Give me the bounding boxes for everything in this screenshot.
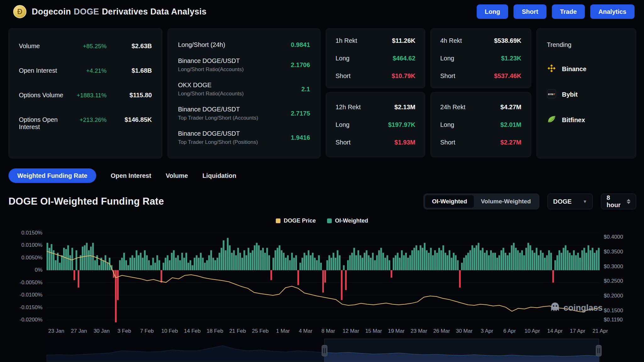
tab-liquidation[interactable]: Liquidation bbox=[203, 168, 236, 183]
tab-weighted-funding-rate[interactable]: Weighted Funding Rate bbox=[8, 168, 96, 183]
trending-item-binance[interactable]: Binance bbox=[547, 64, 626, 74]
analytics-button[interactable]: Analytics bbox=[590, 4, 635, 19]
page-title-prefix: Dogecoin bbox=[32, 7, 71, 17]
stat-value: $1.68B bbox=[110, 67, 152, 74]
legend-label: DOGE Price bbox=[284, 218, 316, 224]
x-axis-tick-label: 30 Jan bbox=[94, 328, 110, 334]
rekt-long-label: Long bbox=[336, 55, 350, 62]
x-axis-tick-label: 15 Mar bbox=[365, 328, 382, 334]
coinglass-logo-icon bbox=[550, 302, 560, 314]
x-axis-tick-label: 14 Feb bbox=[184, 328, 201, 334]
top-bar: Ð Dogecoin DOGE Derivatives Data Analysi… bbox=[0, 0, 644, 23]
toggle-oi-weighted[interactable]: OI-Weighted bbox=[425, 195, 474, 208]
rekt-total: $2.13M bbox=[394, 104, 415, 111]
rekt-row: Short $1.93M bbox=[336, 139, 415, 146]
ls-row: OKX DOGE Long/Short Ratio(Accounts) 2.1 bbox=[178, 82, 310, 97]
stat-row-options-open-interest: Options Open Interest +213.26% $146.85K bbox=[19, 116, 152, 131]
long-button[interactable]: Long bbox=[477, 4, 508, 19]
coinglass-watermark: coinglass bbox=[550, 302, 603, 314]
funding-rate-plot[interactable] bbox=[47, 229, 600, 324]
rekt-card-1h: 1h Rekt $11.26K Long $464.62 Short $10.7… bbox=[326, 28, 425, 88]
x-axis-tick-label: 10 Feb bbox=[161, 328, 178, 334]
toggle-volume-weighted[interactable]: Volume-Weighted bbox=[474, 195, 538, 208]
rekt-long-label: Long bbox=[440, 55, 454, 62]
trending-item-bitfinex[interactable]: Bitfinex bbox=[547, 115, 626, 125]
legend-swatch-price bbox=[276, 218, 280, 223]
stat-value: $146.85K bbox=[110, 116, 152, 123]
ls-row: Binance DOGE/USDT Top Trader Long/Short … bbox=[178, 106, 310, 121]
tab-open-interest[interactable]: Open Interest bbox=[111, 168, 151, 183]
x-axis-tick-label: 12 Mar bbox=[343, 328, 359, 334]
rekt-row: 12h Rekt $2.13M bbox=[336, 104, 415, 111]
rekt-short-label: Short bbox=[336, 72, 351, 80]
ls-label: Binance DOGE/USDT bbox=[178, 130, 287, 137]
binance-logo-icon bbox=[547, 64, 556, 74]
x-axis-tick-label: 26 Mar bbox=[433, 328, 450, 334]
y-axis-tick-label: -0.0050% bbox=[0, 280, 42, 286]
x-axis-tick-label: 8 Mar bbox=[321, 328, 335, 334]
page-title-suffix: Derivatives Data Analysis bbox=[102, 7, 207, 17]
legend-item-doge-price[interactable]: DOGE Price bbox=[276, 218, 316, 224]
stat-change: +4.21% bbox=[86, 67, 107, 74]
trending-card: Trending Binance bbox=[536, 28, 636, 158]
page-title-ticker: DOGE bbox=[74, 7, 99, 17]
x-axis-tick-label: 14 Apr bbox=[547, 328, 563, 334]
interval-select-value: 8 hour bbox=[607, 194, 622, 209]
x-axis-labels: 23 Jan27 Jan30 Jan3 Feb7 Feb10 Feb14 Feb… bbox=[0, 327, 644, 336]
right-axis-labels: $0.4000$0.3500$0.3000$0.2500$0.2000$0.15… bbox=[604, 229, 643, 324]
rekt-long-value: $197.97K bbox=[388, 121, 415, 128]
price-axis-tick-label: $0.1500 bbox=[604, 308, 643, 314]
x-axis-tick-label: 25 Feb bbox=[252, 328, 269, 334]
x-axis-tick-label: 10 Apr bbox=[525, 328, 540, 334]
rekt-short-value: $1.93M bbox=[394, 139, 415, 146]
x-axis-tick-label: 4 Mar bbox=[299, 328, 312, 334]
symbol-select-value: DOGE bbox=[553, 198, 572, 205]
symbol-select[interactable]: DOGE ▼ bbox=[547, 194, 593, 209]
trending-name: Binance bbox=[562, 65, 586, 73]
tab-volume[interactable]: Volume bbox=[166, 168, 188, 183]
ls-label: Binance DOGE/USDT bbox=[178, 106, 287, 113]
trending-name: Bitfinex bbox=[562, 116, 585, 124]
rekt-short-value: $2.27M bbox=[500, 139, 521, 146]
price-axis-tick-label: $0.3000 bbox=[604, 263, 643, 270]
navigator-handle-right[interactable] bbox=[596, 345, 602, 356]
rekt-row: Long $197.97K bbox=[336, 121, 415, 128]
rekt-short-label: Short bbox=[440, 139, 455, 146]
stat-row-volume: Volume +85.25% $2.63B bbox=[19, 42, 152, 50]
ls-label: Binance DOGE/USDT bbox=[178, 57, 287, 65]
legend-item-oi-weighted[interactable]: OI-Weighted bbox=[327, 218, 368, 224]
stat-change: +1883.11% bbox=[77, 92, 107, 99]
y-axis-tick-label: 0.0150% bbox=[0, 230, 42, 236]
ls-sublabel: Long/Short Ratio(Accounts) bbox=[178, 91, 297, 97]
price-axis-tick-label: $0.3500 bbox=[604, 249, 643, 255]
rekt-row: Short $2.27M bbox=[440, 139, 521, 146]
topbar-buttons: Long Short Trade Analytics bbox=[477, 4, 635, 19]
trending-item-bybit[interactable]: BYBIT Bybit bbox=[547, 89, 626, 100]
navigator-handle-left[interactable] bbox=[322, 345, 327, 356]
chart-tabs: Weighted Funding Rate Open Interest Volu… bbox=[8, 168, 644, 183]
ls-value: 2.1706 bbox=[291, 61, 310, 69]
ls-label: OKX DOGE bbox=[178, 82, 297, 89]
up-down-arrows-icon bbox=[627, 199, 630, 204]
stat-value: $2.63B bbox=[110, 42, 152, 50]
ls-sublabel: Top Trader Long/Short (Accounts) bbox=[178, 115, 287, 121]
stat-label: Open Interest bbox=[19, 67, 82, 74]
chevron-down-icon: ▼ bbox=[583, 199, 587, 204]
chart-navigator bbox=[0, 339, 644, 362]
short-button[interactable]: Short bbox=[514, 4, 546, 19]
stat-label: Options Volume bbox=[19, 92, 73, 99]
interval-select[interactable]: 8 hour bbox=[601, 194, 636, 209]
trade-button[interactable]: Trade bbox=[552, 4, 585, 19]
rekt-long-value: $464.62 bbox=[393, 55, 415, 62]
rekt-column-2: 4h Rekt $538.69K Long $1.23K Short $537.… bbox=[430, 28, 531, 158]
svg-text:BYBIT: BYBIT bbox=[548, 93, 555, 96]
rekt-row: Short $537.46K bbox=[440, 72, 521, 80]
x-axis-tick-label: 3 Apr bbox=[481, 328, 493, 334]
market-stats-card: Volume +85.25% $2.63B Open Interest +4.2… bbox=[8, 28, 162, 158]
rekt-card-24h: 24h Rekt $4.27M Long $2.01M Short $2.27M bbox=[430, 92, 531, 157]
rekt-short-label: Short bbox=[440, 72, 455, 80]
stat-cards-row: Volume +85.25% $2.63B Open Interest +4.2… bbox=[8, 28, 636, 158]
rekt-period: 12h Rekt bbox=[336, 104, 361, 111]
rekt-row: 24h Rekt $4.27M bbox=[440, 104, 521, 111]
rekt-row: Short $10.79K bbox=[336, 72, 415, 80]
